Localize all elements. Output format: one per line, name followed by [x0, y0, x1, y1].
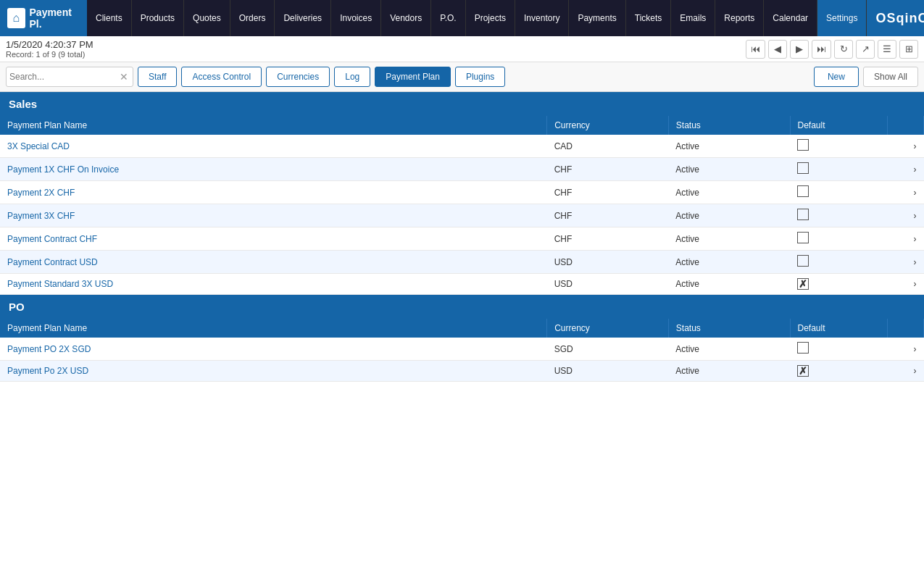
sales-default-checkbox[interactable] — [797, 139, 809, 151]
sales-row-name: Payment 3X CHF — [0, 204, 547, 227]
po-table: Payment Plan Name Currency Status Defaul… — [0, 319, 924, 382]
sales-col-arrow — [887, 116, 923, 135]
sales-col-currency: Currency — [547, 116, 669, 135]
nav-item-projects[interactable]: Projects — [466, 0, 515, 36]
sales-row-status: Active — [668, 204, 790, 227]
sales-row-chevron[interactable]: › — [887, 274, 923, 295]
po-table-row[interactable]: Payment PO 2X SGD SGD Active › — [0, 338, 924, 361]
sales-table-row[interactable]: Payment 2X CHF CHF Active › — [0, 181, 924, 204]
sales-table-row[interactable]: Payment 1X CHF On Invoice CHF Active › — [0, 158, 924, 181]
first-record-button[interactable]: ⏮ — [746, 40, 765, 59]
po-row-chevron[interactable]: › — [887, 361, 923, 382]
sales-row-chevron[interactable]: › — [887, 158, 923, 181]
nav-item-invoices[interactable]: Invoices — [331, 0, 381, 36]
nav-item-inventory[interactable]: Inventory — [515, 0, 569, 36]
nav-item-vendors[interactable]: Vendors — [381, 0, 431, 36]
po-table-row[interactable]: Payment Po 2X USD USD Active ✗ › — [0, 361, 924, 382]
tab-log[interactable]: Log — [334, 67, 370, 87]
tab-payment-plan[interactable]: Payment Plan — [375, 67, 451, 87]
tab-currencies[interactable]: Currencies — [266, 67, 330, 87]
nav-item-tickets[interactable]: Tickets — [626, 0, 672, 36]
sales-col-status: Status — [668, 116, 790, 135]
sales-table-row[interactable]: Payment Contract USD USD Active › — [0, 251, 924, 274]
sales-row-default[interactable] — [790, 158, 887, 181]
sales-table-row[interactable]: Payment Contract CHF CHF Active › — [0, 227, 924, 251]
home-icon: ⌂ — [7, 8, 25, 28]
external-link-button[interactable]: ↗ — [856, 40, 875, 59]
sub-header: 1/5/2020 4:20:37 PM Record: 1 of 9 (9 to… — [0, 36, 924, 62]
search-input[interactable] — [9, 72, 118, 82]
sales-default-checkbox[interactable]: ✗ — [797, 278, 809, 290]
po-row-chevron[interactable]: › — [887, 338, 923, 361]
nav-items-container: ClientsProductsQuotesOrdersDeliveriesInv… — [87, 0, 867, 36]
sales-row-name: Payment Contract USD — [0, 251, 547, 274]
sales-row-name: Payment 1X CHF On Invoice — [0, 158, 547, 181]
sales-row-chevron[interactable]: › — [887, 204, 923, 227]
crm-logo: OSqinCrm — [867, 0, 924, 36]
po-col-arrow — [887, 319, 923, 338]
sales-row-default[interactable] — [790, 227, 887, 251]
po-default-checkbox[interactable]: ✗ — [797, 365, 809, 377]
next-record-button[interactable]: ▶ — [790, 40, 809, 59]
sales-row-default[interactable]: ✗ — [790, 274, 887, 295]
sales-row-chevron[interactable]: › — [887, 227, 923, 251]
sales-row-default[interactable] — [790, 204, 887, 227]
sales-table-row[interactable]: Payment 3X CHF CHF Active › — [0, 204, 924, 227]
nav-item-products[interactable]: Products — [132, 0, 184, 36]
nav-item-orders[interactable]: Orders — [230, 0, 275, 36]
po-row-status: Active — [668, 361, 790, 382]
nav-item-deliveries[interactable]: Deliveries — [275, 0, 331, 36]
brand-logo[interactable]: ⌂ Payment Pl. — [0, 0, 87, 36]
show-all-button[interactable]: Show All — [863, 67, 918, 87]
sales-table-row[interactable]: Payment Standard 3X USD USD Active ✗ › — [0, 274, 924, 295]
po-default-checkbox[interactable] — [797, 342, 809, 354]
nav-item-clients[interactable]: Clients — [87, 0, 132, 36]
sales-default-checkbox[interactable] — [797, 185, 809, 197]
sales-default-checkbox[interactable] — [797, 162, 809, 174]
sales-row-chevron[interactable]: › — [887, 251, 923, 274]
nav-item-po[interactable]: P.O. — [431, 0, 465, 36]
sales-row-default[interactable] — [790, 251, 887, 274]
sales-row-currency: CHF — [547, 181, 669, 204]
sales-row-status: Active — [668, 181, 790, 204]
nav-item-settings[interactable]: Settings — [817, 0, 867, 36]
sales-default-checkbox[interactable] — [797, 255, 809, 267]
grid-view-button[interactable]: ⊞ — [899, 40, 918, 59]
sales-row-status: Active — [668, 135, 790, 158]
po-table-header-row: Payment Plan Name Currency Status Defaul… — [0, 319, 924, 338]
sales-table-row[interactable]: 3X Special CAD CAD Active › — [0, 135, 924, 158]
nav-item-calendar[interactable]: Calendar — [764, 0, 817, 36]
tab-staff[interactable]: Staff — [138, 67, 177, 87]
sales-row-status: Active — [668, 251, 790, 274]
sales-row-chevron[interactable]: › — [887, 135, 923, 158]
sales-row-chevron[interactable]: › — [887, 181, 923, 204]
sales-table: Payment Plan Name Currency Status Defaul… — [0, 116, 924, 295]
sales-col-name: Payment Plan Name — [0, 116, 547, 135]
last-record-button[interactable]: ⏭ — [812, 40, 831, 59]
nav-item-reports[interactable]: Reports — [715, 0, 764, 36]
new-button[interactable]: New — [814, 67, 859, 87]
tab-buttons: StaffAccess ControlCurrenciesLogPayment … — [138, 67, 505, 87]
top-navigation: ⌂ Payment Pl. ClientsProductsQuotesOrder… — [0, 0, 924, 36]
prev-record-button[interactable]: ◀ — [768, 40, 787, 59]
po-row-default[interactable]: ✗ — [790, 361, 887, 382]
tab-access-control[interactable]: Access Control — [181, 67, 262, 87]
tab-plugins[interactable]: Plugins — [455, 67, 505, 87]
sales-row-default[interactable] — [790, 135, 887, 158]
sales-row-currency: USD — [547, 274, 669, 295]
po-row-currency: USD — [547, 361, 669, 382]
refresh-button[interactable]: ↻ — [834, 40, 853, 59]
sales-row-status: Active — [668, 227, 790, 251]
nav-item-payments[interactable]: Payments — [569, 0, 625, 36]
sales-default-checkbox[interactable] — [797, 232, 809, 243]
sales-default-checkbox[interactable] — [797, 209, 809, 220]
toolbar: ✕ StaffAccess ControlCurrenciesLogPaymen… — [0, 62, 924, 92]
po-row-default[interactable] — [790, 338, 887, 361]
nav-item-quotes[interactable]: Quotes — [184, 0, 230, 36]
po-section-header: PO — [0, 295, 924, 319]
sales-row-default[interactable] — [790, 181, 887, 204]
list-view-button[interactable]: ☰ — [878, 40, 896, 59]
nav-item-emails[interactable]: Emails — [671, 0, 715, 36]
search-clear-icon[interactable]: ✕ — [118, 71, 130, 83]
sales-row-currency: CAD — [547, 135, 669, 158]
